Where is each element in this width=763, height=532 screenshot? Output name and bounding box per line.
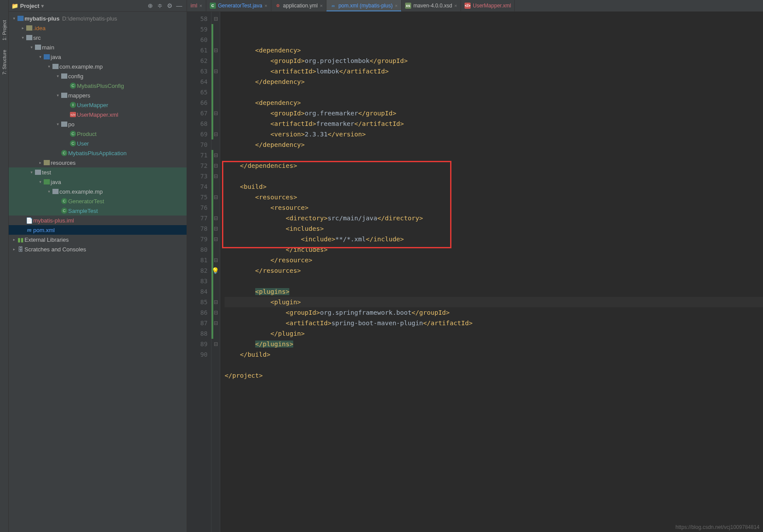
svg-rect-3 bbox=[35, 45, 41, 50]
tree-item-user[interactable]: C User bbox=[9, 139, 187, 148]
tree-item-main[interactable]: ▾ main bbox=[9, 42, 187, 52]
tree-item-product[interactable]: C Product bbox=[9, 129, 187, 139]
editor-area: iml × C GeneratorTest.java × ⚙ applicati… bbox=[187, 0, 763, 532]
close-icon[interactable]: × bbox=[264, 3, 267, 8]
chevron-right-icon[interactable]: ▸ bbox=[38, 160, 43, 165]
package-icon bbox=[52, 64, 59, 69]
collapse-button[interactable]: ≑ bbox=[155, 1, 165, 10]
close-icon[interactable]: × bbox=[320, 3, 323, 8]
close-icon[interactable]: × bbox=[395, 3, 397, 8]
class-icon: C bbox=[60, 198, 68, 204]
chevron-down-icon[interactable]: ▾ bbox=[55, 74, 60, 78]
tree-label: MybatisPlusConfig bbox=[77, 83, 124, 89]
tree-label: UserMapper bbox=[77, 102, 108, 108]
structure-tool-button[interactable]: 7: Structure bbox=[1, 47, 8, 77]
class-icon: C bbox=[60, 150, 68, 156]
tab-pom[interactable]: m pom.xml (mybatis-plus) × bbox=[326, 0, 401, 11]
tab-application-yml[interactable]: ⚙ application.yml × bbox=[271, 0, 327, 11]
chevron-down-icon[interactable]: ▾ bbox=[11, 16, 17, 21]
chevron-down-icon[interactable]: ▾ bbox=[29, 170, 34, 174]
tree-item-idea[interactable]: ▸ .idea bbox=[9, 23, 187, 33]
tree-item-ext-libs[interactable]: ▸ ▮▮ External Libraries bbox=[9, 235, 187, 244]
tree-label: User bbox=[77, 140, 89, 147]
project-panel-header: 📁 Project ▾ ⊕ ≑ ⚙ — bbox=[9, 0, 187, 12]
watermark: https://blog.csdn.net/vcj1009784814 bbox=[676, 524, 760, 530]
project-tree[interactable]: ▾ mybatis-plus D:\demo\mybatis-plus ▸ .i… bbox=[9, 12, 187, 532]
library-icon: ▮▮ bbox=[17, 236, 24, 243]
tree-item-config[interactable]: ▾ config bbox=[9, 71, 187, 81]
chevron-down-icon[interactable]: ▾ bbox=[55, 93, 60, 97]
tree-item-pom[interactable]: m pom.xml bbox=[9, 225, 187, 235]
editor-body: 5859606162636465666768697071727374757677… bbox=[187, 12, 763, 532]
tree-item-test[interactable]: ▾ test bbox=[9, 167, 187, 177]
class-icon: C bbox=[69, 131, 77, 137]
tree-item-src[interactable]: ▾ src bbox=[9, 33, 187, 42]
close-icon[interactable]: × bbox=[454, 3, 457, 8]
package-icon bbox=[60, 73, 68, 79]
hide-button[interactable]: — bbox=[174, 1, 184, 10]
tree-label: External Libraries bbox=[24, 236, 69, 243]
tab-iml[interactable]: iml × bbox=[187, 0, 206, 11]
chevron-right-icon[interactable]: ▸ bbox=[20, 26, 25, 30]
svg-rect-11 bbox=[44, 179, 50, 184]
tree-item-test-java[interactable]: ▾ java bbox=[9, 177, 187, 187]
tree-item-pkg-main[interactable]: ▾ com.example.mp bbox=[9, 62, 187, 71]
intention-bulb-icon[interactable]: 💡 bbox=[212, 265, 219, 276]
tree-path: D:\demo\mybatis-plus bbox=[62, 15, 117, 22]
tree-item-usermapper[interactable]: I UserMapper bbox=[9, 100, 187, 110]
svg-rect-8 bbox=[61, 122, 67, 127]
scratches-icon: 🗄 bbox=[17, 246, 24, 253]
project-icon: 📁 bbox=[11, 3, 18, 9]
chevron-down-icon[interactable]: ▾ bbox=[29, 45, 34, 49]
chevron-down-icon[interactable]: ▾ bbox=[38, 55, 43, 59]
folder-icon bbox=[25, 25, 33, 31]
folder-icon bbox=[34, 45, 42, 50]
tree-item-main-java[interactable]: ▾ java bbox=[9, 52, 187, 62]
chevron-down-icon[interactable]: ▾ bbox=[55, 122, 60, 126]
svg-rect-9 bbox=[44, 160, 50, 165]
tree-item-usermapper-xml[interactable]: </> UserMapper.xml bbox=[9, 110, 187, 119]
tree-item-mappers[interactable]: ▾ mappers bbox=[9, 90, 187, 100]
interface-icon: I bbox=[69, 102, 77, 108]
tab-generatortest[interactable]: C GeneratorTest.java × bbox=[206, 0, 271, 11]
close-icon[interactable]: × bbox=[199, 3, 202, 8]
chevron-right-icon[interactable]: ▸ bbox=[11, 237, 17, 242]
tree-item-scratches[interactable]: ▸ 🗄 Scratches and Consoles bbox=[9, 244, 187, 254]
tree-label: java bbox=[51, 54, 61, 60]
chevron-right-icon[interactable]: ▸ bbox=[11, 247, 17, 251]
tree-item-gentest[interactable]: C GeneratorTest bbox=[9, 196, 187, 206]
test-folder-icon bbox=[43, 179, 51, 184]
tree-label: mybatis-plus bbox=[24, 15, 59, 22]
tab-xsd[interactable]: xs maven-4.0.0.xsd × bbox=[402, 0, 461, 11]
class-icon: C bbox=[69, 140, 77, 146]
settings-button[interactable]: ⚙ bbox=[165, 1, 174, 10]
tree-label: UserMapper.xml bbox=[77, 111, 118, 118]
tree-label: Product bbox=[77, 131, 97, 137]
tree-item-iml[interactable]: 📄 mybatis-plus.iml bbox=[9, 216, 187, 225]
tree-item-resources[interactable]: ▸ resources bbox=[9, 158, 187, 167]
project-view-dropdown[interactable]: ▾ bbox=[41, 3, 44, 9]
tree-item-pkg-test[interactable]: ▾ com.example.mp bbox=[9, 187, 187, 196]
project-tool-button[interactable]: 1: Project bbox=[1, 17, 8, 43]
project-panel: 📁 Project ▾ ⊕ ≑ ⚙ — ▾ mybatis-plus D:\de… bbox=[9, 0, 187, 532]
chevron-down-icon[interactable]: ▾ bbox=[38, 180, 43, 184]
maven-icon: m bbox=[330, 3, 336, 9]
class-icon: C bbox=[69, 83, 77, 89]
tree-item-mpconfig[interactable]: C MybatisPlusConfig bbox=[9, 81, 187, 90]
tree-label: com.example.mp bbox=[59, 63, 103, 70]
chevron-down-icon[interactable]: ▾ bbox=[20, 35, 25, 40]
tree-item-app[interactable]: C MybatisPlusApplication bbox=[9, 148, 187, 158]
tree-item-po[interactable]: ▾ po bbox=[9, 119, 187, 129]
xml-icon: </> bbox=[69, 112, 77, 117]
tree-root[interactable]: ▾ mybatis-plus D:\demo\mybatis-plus bbox=[9, 14, 187, 23]
locate-button[interactable]: ⊕ bbox=[146, 1, 155, 10]
tree-item-sampletest[interactable]: C SampleTest bbox=[9, 206, 187, 216]
svg-rect-4 bbox=[44, 54, 50, 59]
svg-rect-6 bbox=[61, 73, 67, 79]
code-editor[interactable]: <dependency> <groupId>org.projectlombok<… bbox=[220, 12, 763, 532]
tab-usermapper-xml[interactable]: </> UserMapper.xml bbox=[461, 0, 515, 11]
chevron-down-icon[interactable]: ▾ bbox=[46, 189, 52, 194]
tree-label: java bbox=[51, 179, 61, 185]
package-icon bbox=[52, 189, 59, 194]
chevron-down-icon[interactable]: ▾ bbox=[46, 64, 52, 69]
